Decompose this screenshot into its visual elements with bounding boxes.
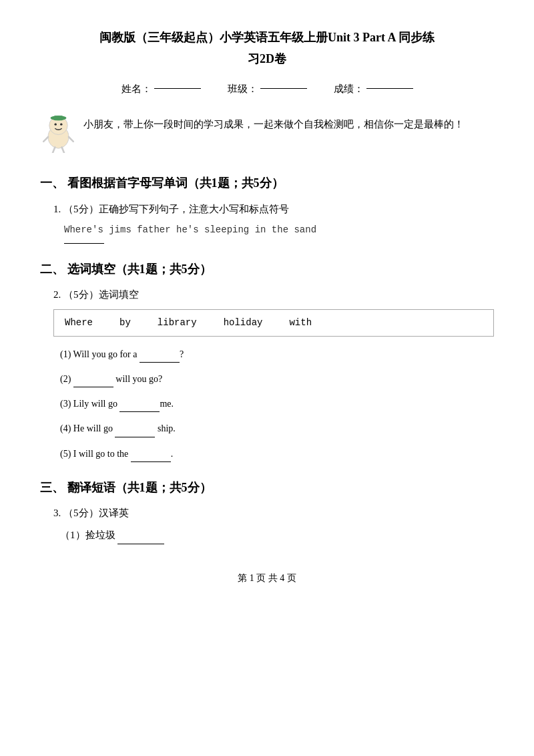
- score-field: 成绩：: [334, 81, 413, 97]
- question-1: 1. （5分）正确抄写下列句子，注意大小写和标点符号 Where's jims …: [53, 201, 494, 243]
- svg-point-4: [55, 123, 57, 125]
- section3-title: 三、 翻译短语（共1题；共5分）: [40, 478, 494, 498]
- question-2: 2. （5分）选词填空 Where by library holiday wit…: [53, 287, 494, 461]
- student-info: 姓名： 班级： 成绩：: [40, 81, 494, 97]
- question-3: 3. （5分）汉译英 （1）捡垃圾: [53, 505, 494, 544]
- blank-1: [140, 362, 180, 363]
- sub-q5: (5) I will go to the .: [60, 445, 494, 462]
- word-bank: Where by library holiday with: [53, 309, 494, 336]
- score-blank: [366, 88, 413, 89]
- name-blank: [154, 88, 201, 89]
- mascot-section: 小朋友，带上你一段时间的学习成果，一起来做个自我检测吧，相信你一定是最棒的！: [40, 113, 494, 158]
- blank-zh-1: [117, 544, 164, 544]
- question-1-label: 1. （5分）正确抄写下列句子，注意大小写和标点符号: [53, 201, 494, 217]
- class-field: 班级：: [228, 81, 307, 97]
- section2-title: 二、 选词填空（共1题；共5分）: [40, 260, 494, 279]
- section1-title: 一、 看图根据首字母写单词（共1题；共5分）: [40, 174, 494, 193]
- class-blank: [260, 88, 307, 89]
- svg-line-6: [43, 137, 48, 142]
- page-title: 闽教版（三年级起点）小学英语五年级上册Unit 3 Part A 同步练 习2D…: [40, 27, 494, 70]
- sub-q3: (3) Lily will go me.: [60, 395, 494, 412]
- question-1-answer-line: [64, 243, 104, 244]
- word-holiday: holiday: [224, 315, 263, 330]
- sub-q1: (1) Will you go for a ?: [60, 346, 494, 363]
- page-footer: 第 1 页 共 4 页: [40, 571, 494, 586]
- word-library: library: [158, 315, 197, 330]
- blank-3: [119, 411, 160, 412]
- name-field: 姓名：: [121, 81, 201, 97]
- word-with: with: [289, 315, 312, 330]
- svg-line-8: [53, 147, 55, 153]
- mascot-icon: [40, 113, 77, 158]
- blank-2: [73, 387, 113, 387]
- word-by: by: [119, 315, 131, 330]
- question-1-content: Where's jims father he's sleeping in the…: [64, 222, 494, 237]
- sub-q2: (2) will you go?: [60, 371, 494, 387]
- mascot-text: 小朋友，带上你一段时间的学习成果，一起来做个自我检测吧，相信你一定是最棒的！: [83, 113, 464, 134]
- blank-4: [115, 437, 155, 437]
- sub-q4: (4) He will go ship.: [60, 420, 494, 437]
- svg-point-5: [60, 123, 62, 125]
- svg-line-9: [62, 147, 64, 153]
- question-2-label: 2. （5分）选词填空: [53, 287, 494, 303]
- question-3-label: 3. （5分）汉译英: [53, 505, 494, 521]
- sub-q-zh-1: （1）捡垃圾: [60, 526, 494, 544]
- svg-line-7: [69, 137, 73, 142]
- word-where: Where: [65, 315, 93, 330]
- svg-rect-3: [54, 116, 63, 120]
- blank-5: [131, 461, 171, 462]
